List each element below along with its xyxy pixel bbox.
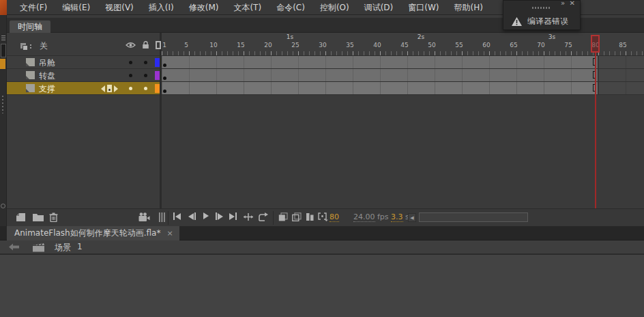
close-document-icon[interactable]: ×: [166, 229, 173, 238]
onion-skin-outlines-button[interactable]: [292, 212, 302, 221]
show-layer-depth-icon[interactable]: [159, 212, 165, 222]
parenting-view-icon[interactable]: [20, 43, 29, 51]
layer-name: 吊舱: [39, 57, 55, 69]
timeline-panel: 时间轴 关 吊舱转盘支撑: [7, 18, 644, 226]
layer-lock-dot[interactable]: [144, 87, 147, 90]
layer-color-swatch[interactable]: [155, 84, 160, 93]
layer-lock-dot[interactable]: [144, 61, 147, 64]
center-frame-button[interactable]: [244, 212, 253, 221]
layers-panel: 关 吊舱转盘支撑: [7, 33, 162, 208]
show-layers-as-outlines-icon[interactable]: [156, 41, 161, 49]
new-layer-button[interactable]: [16, 212, 27, 222]
lock-unlock-all-layers-icon[interactable]: [142, 41, 149, 49]
new-folder-button[interactable]: [33, 212, 44, 221]
ruler-second-label: 1s: [287, 33, 293, 40]
menu-item[interactable]: 修改(M): [181, 0, 226, 15]
menu-item[interactable]: 调试(D): [357, 0, 401, 15]
ruler-second-label: 3s: [548, 33, 555, 40]
layer-visibility-dot[interactable]: [129, 87, 132, 90]
ruler-frame-label: 45: [400, 42, 408, 49]
menu-item[interactable]: 窗口(W): [400, 0, 446, 15]
parenting-view-toggle[interactable]: 关: [40, 40, 48, 52]
cropped-tool-dots: [2, 96, 3, 113]
pasteboard[interactable]: [0, 254, 644, 317]
ruler-frame-label: 20: [264, 42, 272, 49]
layer-frames-row[interactable]: [162, 82, 644, 95]
layer-frames-row[interactable]: [162, 56, 644, 69]
menu-item[interactable]: 帮助(H): [447, 0, 491, 15]
cropped-tools-panel: [0, 15, 7, 226]
elapsed-time-hot-text[interactable]: 3.3 s: [391, 212, 409, 222]
ruler-frame-label: 70: [537, 42, 544, 49]
playhead-marker[interactable]: [591, 35, 600, 53]
collapse-to-icons-icon[interactable]: »: [561, 0, 565, 7]
layer-row[interactable]: 支撑: [7, 82, 160, 95]
current-keyframe-icon: [107, 85, 112, 92]
layer-name: 转盘: [39, 70, 55, 82]
menu-item[interactable]: 命令(C): [269, 0, 312, 15]
previous-keyframe-icon[interactable]: [101, 85, 105, 92]
frame-span[interactable]: [162, 56, 598, 68]
add-camera-button[interactable]: [138, 212, 150, 221]
layer-color-swatch[interactable]: [155, 58, 160, 67]
layers-header-row: 关: [7, 33, 160, 56]
ruler-frame-label: 50: [428, 42, 435, 49]
current-frame-hot-text[interactable]: 80: [330, 212, 339, 222]
scene-breadcrumb-label: 场景: [55, 242, 71, 253]
panel-gripper[interactable]: [532, 7, 551, 9]
keyframe-dot: [163, 89, 166, 93]
edit-multiple-frames-button[interactable]: [306, 212, 314, 221]
document-tab[interactable]: AnimateFlash如何制作摩天轮动画.fla* ×: [7, 226, 179, 240]
loop-playback-button[interactable]: [258, 212, 269, 221]
modify-markers-button[interactable]: [318, 212, 329, 221]
onion-skin-button[interactable]: [278, 212, 288, 221]
ruler-frame-label: 25: [291, 42, 299, 49]
frame-rate-hot-text[interactable]: 24.00 fps: [353, 212, 389, 222]
timeline-body: 关 吊舱转盘支撑 1510152025303540455055606570758…: [7, 33, 644, 208]
step-forward-one-frame-button[interactable]: [216, 212, 223, 220]
menu-item[interactable]: 控制(O): [312, 0, 357, 15]
delete-button[interactable]: [49, 212, 58, 222]
menu-item[interactable]: 文件(F): [12, 0, 55, 15]
keyframe-nav[interactable]: [101, 85, 118, 92]
close-panel-icon[interactable]: ✕: [570, 0, 575, 7]
horizontal-scrollbar-thumb[interactable]: [419, 212, 528, 222]
layer-lock-dot[interactable]: [144, 74, 147, 77]
cropped-tool-swatch: [1, 44, 6, 57]
layer-row[interactable]: 转盘: [7, 69, 160, 82]
layer-frames-row[interactable]: [162, 69, 644, 82]
compiler-errors-label: 编译器错误: [527, 16, 568, 27]
play-button[interactable]: [203, 212, 209, 219]
show-hide-all-layers-icon[interactable]: [126, 42, 136, 49]
layer-visibility-dot[interactable]: [129, 74, 132, 77]
toolbar-separator: [273, 211, 274, 225]
layer-row[interactable]: 吊舱: [7, 56, 160, 69]
playhead-line[interactable]: [595, 52, 596, 208]
next-keyframe-icon[interactable]: [114, 85, 118, 92]
compiler-errors-tab[interactable]: 编译器错误: [503, 13, 580, 29]
frames-area[interactable]: 15101520253035404550556065707580851s2s3s: [162, 33, 644, 208]
layer-visibility-dot[interactable]: [129, 61, 132, 64]
toolbar-separator: [168, 211, 169, 225]
tab-timeline[interactable]: 时间轴: [10, 20, 50, 33]
document-tab-title: AnimateFlash如何制作摩天轮动画.fla*: [14, 228, 160, 239]
timeline-ruler[interactable]: 15101520253035404550556065707580851s2s3s: [162, 33, 644, 56]
layer-icon: [26, 84, 35, 92]
step-back-one-frame-button[interactable]: [188, 212, 196, 220]
menu-item[interactable]: 编辑(E): [55, 0, 98, 15]
menu-item[interactable]: 文本(T): [226, 0, 269, 15]
menu-item[interactable]: 插入(I): [141, 0, 181, 15]
menu-item[interactable]: 视图(V): [98, 0, 141, 15]
animate-application-window: 文件(F)编辑(E)视图(V)插入(I)修改(M)文本(T)命令(C)控制(O)…: [0, 0, 644, 317]
layer-color-swatch[interactable]: [155, 71, 160, 80]
back-arrow-icon[interactable]: [9, 243, 19, 251]
app-logo-icon: [0, 0, 7, 15]
frame-span[interactable]: [162, 69, 598, 81]
compiler-errors-panel[interactable]: » ✕ 编译器错误: [503, 0, 581, 30]
go-to-first-frame-button[interactable]: [173, 212, 181, 220]
scroll-left-arrow[interactable]: ◀: [408, 213, 416, 222]
ruler-frame-label: 35: [346, 42, 353, 49]
frame-span[interactable]: [162, 82, 598, 94]
go-to-last-frame-button[interactable]: [229, 212, 237, 220]
layer-icon: [26, 71, 35, 79]
